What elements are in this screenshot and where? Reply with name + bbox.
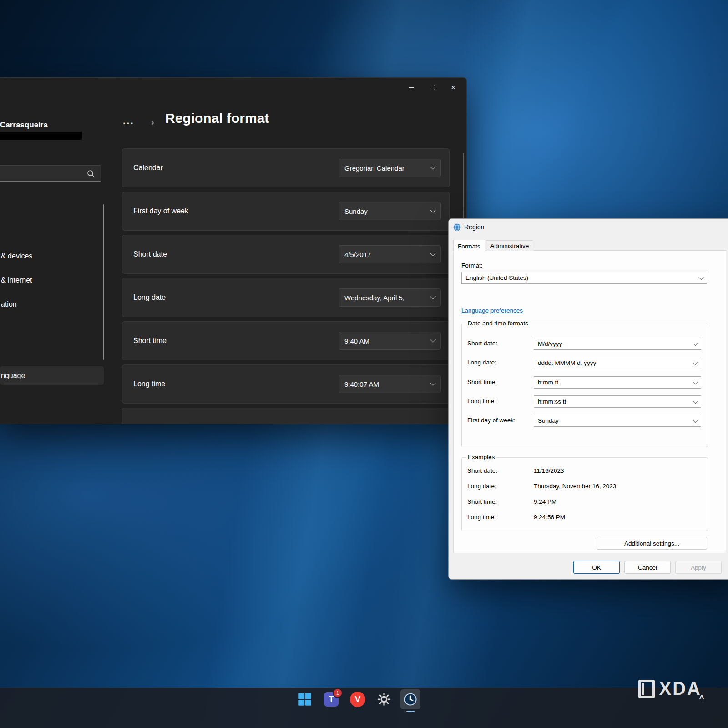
chevron-down-icon (430, 164, 436, 170)
example-short-time-label: Short time: (467, 498, 497, 505)
chevron-down-icon (693, 417, 698, 422)
vivaldi-button[interactable]: V (348, 689, 368, 709)
vivaldi-icon: V (350, 692, 365, 707)
short-date-format-combobox[interactable]: M/d/yyyy (534, 338, 701, 350)
chevron-down-icon (430, 293, 436, 299)
example-long-time-label: Long time: (467, 514, 496, 521)
language-preferences-link[interactable]: Language preferences (461, 307, 523, 314)
tab-formats[interactable]: Formats (453, 240, 485, 252)
example-long-date-value: Thursday, November 16, 2023 (534, 483, 616, 490)
setting-label: Long date (133, 293, 166, 302)
setting-label: Long time (133, 380, 165, 388)
examples-group: Examples Short date: 11/16/2023 Long dat… (461, 457, 708, 531)
chevron-down-icon (430, 250, 436, 256)
setting-row-short-date: Short date 4/5/2017 (122, 235, 450, 274)
settings-search-input[interactable] (0, 165, 101, 182)
breadcrumb-chevron-icon: › (151, 116, 154, 129)
taskbar: T 1 V (0, 688, 728, 728)
cancel-button[interactable]: Cancel (624, 561, 671, 574)
short-time-format-label: Short time: (467, 379, 497, 385)
windows-logo-icon (298, 693, 312, 706)
region-dialog-titlebar[interactable]: Region (449, 219, 728, 235)
maximize-icon (430, 85, 435, 90)
group-title: Date and time formats (466, 320, 530, 327)
chevron-down-icon (430, 380, 436, 386)
settings-card-list: Calendar Gregorian Calendar First day of… (122, 148, 450, 424)
long-date-format-label: Long date: (467, 359, 496, 366)
chevron-down-icon (430, 337, 436, 343)
tab-administrative[interactable]: Administrative (486, 240, 534, 251)
dialog-tabs: Formats Administrative (453, 240, 533, 251)
close-button[interactable]: ✕ (443, 80, 464, 95)
dialog-title: Region (464, 223, 484, 231)
sidebar-item-label: nguage (1, 372, 25, 380)
settings-window: ✕ Carrasqueira & devices & internet atio… (0, 77, 467, 424)
redacted-account-email (0, 132, 82, 140)
setting-label: Calendar (133, 164, 163, 172)
chevron-down-icon (693, 398, 698, 403)
short-date-dropdown[interactable]: 4/5/2017 (339, 245, 441, 263)
ok-button[interactable]: OK (573, 561, 620, 574)
sidebar-item-bluetooth-devices[interactable]: & devices (0, 247, 104, 265)
chevron-down-icon (693, 340, 698, 345)
setting-row-first-day-of-week: First day of week Sunday (122, 192, 450, 231)
clock-icon (403, 692, 418, 707)
teams-button[interactable]: T 1 (321, 689, 341, 709)
sidebar-item-label: & devices (1, 252, 32, 260)
example-short-time-value: 9:24 PM (534, 498, 556, 505)
apply-button[interactable]: Apply (675, 561, 722, 574)
long-date-format-combobox[interactable]: dddd, MMMM d, yyyy (534, 357, 701, 369)
format-combobox[interactable]: English (United States) (461, 272, 707, 284)
example-short-date-label: Short date: (467, 467, 497, 474)
setting-row-long-date: Long date Wednesday, April 5, (122, 278, 450, 317)
breadcrumb-ellipsis[interactable]: ··· (123, 118, 134, 130)
first-day-of-week-dropdown[interactable]: Sunday (339, 202, 441, 220)
formats-tab-page: Format: English (United States) Language… (453, 250, 726, 553)
long-time-format-label: Long time: (467, 398, 496, 404)
additional-settings-button[interactable]: Additional settings... (597, 537, 707, 550)
teams-notification-badge: 1 (333, 688, 343, 698)
first-day-of-week-combobox[interactable]: Sunday (534, 415, 701, 427)
clock-app-button[interactable] (400, 689, 420, 709)
format-label: Format: (461, 262, 483, 269)
sidebar-item-personalization[interactable]: ation (0, 295, 104, 313)
example-short-date-value: 11/16/2023 (534, 467, 564, 474)
start-button[interactable] (295, 689, 315, 709)
xda-logo-icon (638, 680, 655, 698)
setting-row-short-time: Short time 9:40 AM (122, 321, 450, 360)
example-long-date-label: Long date: (467, 483, 496, 490)
long-time-format-combobox[interactable]: h:mm:ss tt (534, 395, 701, 408)
minimize-button[interactable] (401, 80, 422, 95)
long-date-dropdown[interactable]: Wednesday, April 5, (339, 288, 441, 307)
settings-button[interactable] (374, 689, 394, 709)
setting-label: Short time (133, 337, 167, 345)
chevron-down-icon (693, 359, 698, 364)
sidebar-item-label: & internet (1, 276, 32, 284)
window-caption-controls: ✕ (401, 80, 464, 95)
first-day-of-week-label: First day of week: (467, 417, 516, 424)
short-time-format-combobox[interactable]: h:mm tt (534, 376, 701, 389)
xda-watermark: XDA (638, 678, 702, 699)
short-date-format-label: Short date: (467, 340, 497, 347)
short-time-dropdown[interactable]: 9:40 AM (339, 332, 441, 350)
taskbar-icons: T 1 V (295, 689, 420, 709)
chevron-down-icon (430, 207, 436, 213)
setting-label: Short date (133, 250, 167, 258)
chevron-down-icon (693, 379, 698, 384)
setting-row-calendar: Calendar Gregorian Calendar (122, 148, 450, 187)
long-time-dropdown[interactable]: 9:40:07 AM (339, 375, 441, 393)
page-title: Regional format (165, 111, 269, 126)
search-icon (86, 169, 96, 178)
gear-icon (377, 692, 391, 707)
date-time-formats-group: Date and time formats Short date: M/d/yy… (461, 324, 708, 447)
calendar-dropdown[interactable]: Gregorian Calendar (339, 159, 441, 177)
maximize-button[interactable] (422, 80, 443, 95)
setting-row-long-time: Long time 9:40:07 AM (122, 364, 450, 404)
minimize-icon (409, 87, 414, 88)
chevron-down-icon (698, 274, 703, 279)
globe-icon (453, 223, 461, 231)
sidebar-item-time-language[interactable]: nguage (0, 366, 104, 385)
sidebar-item-network-internet[interactable]: & internet (0, 271, 104, 289)
active-app-indicator (406, 711, 415, 712)
close-icon: ✕ (451, 85, 456, 91)
